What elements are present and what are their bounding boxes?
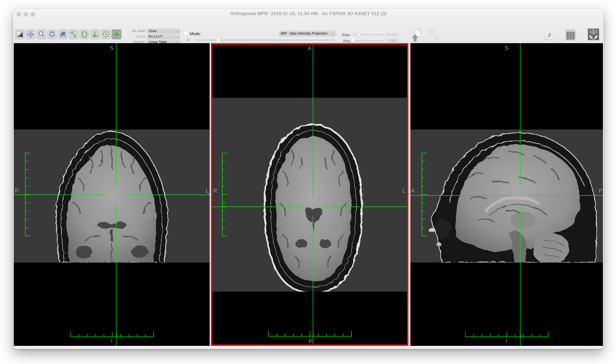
tool-length-button[interactable] <box>69 29 78 39</box>
clut-label: CLUT: <box>126 35 146 39</box>
chevron-down-icon: ⌄ <box>177 41 179 43</box>
dicom-file-icon <box>411 28 422 42</box>
point-roi-icon <box>102 31 110 38</box>
horizontal-scale-ruler <box>268 331 352 337</box>
crosshair-vertical[interactable] <box>116 43 116 185</box>
orientation-label-inferior: I <box>111 338 113 344</box>
pelvis-ct-icon <box>588 28 599 40</box>
toolbar: Mouse button function WL/WW: Other ⌄ CLU… <box>13 18 604 43</box>
sagittal-mri-image <box>410 43 603 346</box>
play-label: Play <box>390 39 396 42</box>
crosshair-horizontal[interactable] <box>322 207 407 207</box>
tool-oval-button[interactable] <box>79 29 89 39</box>
dicom-export-button[interactable] <box>411 28 422 43</box>
slab-value: 20 <box>186 38 190 42</box>
tool-point-button[interactable] <box>101 29 111 39</box>
rate-label: Rate: <box>332 33 351 37</box>
cross-3d-cursor-icon <box>113 31 120 38</box>
length-measure-icon <box>70 31 77 38</box>
viewport-area: S I R L <box>13 43 604 349</box>
angle-measure-icon <box>91 31 99 38</box>
rate-slider-thumb[interactable] <box>357 33 360 36</box>
viewport-axial[interactable]: A P R L <box>211 43 409 346</box>
tool-rotate-button[interactable] <box>47 29 57 39</box>
orientation-label-superior: S <box>505 45 509 51</box>
orientation-label-left: L <box>206 188 209 194</box>
slab-slider-thumb[interactable] <box>217 38 220 42</box>
orientation-label-superior: S <box>110 45 114 51</box>
vertical-scale-ruler <box>422 153 427 236</box>
titlebar: Orthogonal MPR: 2018-11-15, 11:34 AM - A… <box>13 9 604 18</box>
tool-cross-button[interactable] <box>112 29 122 39</box>
sync-icon <box>428 28 440 42</box>
tool-wlww-button[interactable] <box>15 29 25 39</box>
slab-slider[interactable] <box>195 40 334 40</box>
tool-stack-button[interactable] <box>58 29 68 39</box>
pan-move-icon <box>27 31 34 38</box>
axial-mri-image <box>212 45 407 344</box>
pos-slider-thumb[interactable] <box>351 37 355 42</box>
pos-slider[interactable] <box>352 40 385 41</box>
pos-label: Pos: <box>332 39 351 43</box>
slab-mode-dropdown[interactable]: MIP - Max Intensity Projection ⌃⌄ <box>279 31 335 36</box>
viewport-splitter-handle[interactable] <box>209 193 211 196</box>
orientation-label-posterior: P <box>599 188 603 194</box>
rotate-icon <box>49 31 56 38</box>
crosshair-vertical[interactable] <box>313 45 313 197</box>
orientation-label-left: L <box>402 188 405 194</box>
orientation-label-anterior: A <box>411 188 415 194</box>
mode-label: Mode: <box>190 32 201 36</box>
window-title: Orthogonal MPR: 2018-11-15, 11:34 AM - A… <box>13 11 604 16</box>
crosshair-vertical[interactable] <box>520 204 521 346</box>
crosshair-vertical[interactable] <box>520 43 521 186</box>
sync-button[interactable] <box>428 28 440 42</box>
stack-pages-icon <box>59 31 67 38</box>
viewport-splitter-handle[interactable] <box>408 193 411 196</box>
tool-zoom-button[interactable] <box>36 29 46 39</box>
orientation-label-right: R <box>213 188 217 194</box>
vertical-scale-ruler <box>25 153 30 236</box>
orientation-label-posterior: P <box>309 338 313 345</box>
tool-angle-button[interactable] <box>90 29 100 39</box>
oval-roi-icon <box>81 31 88 38</box>
orthogonal-mpr-window: Orthogonal MPR: 2018-11-15, 11:34 AM - A… <box>13 9 604 349</box>
crosshair-vertical[interactable] <box>116 204 116 346</box>
viewport-coronal[interactable]: S I R L <box>14 43 210 346</box>
screen: Orthogonal MPR: 2018-11-15, 11:34 AM - A… <box>0 0 616 364</box>
contrast-icon <box>16 31 24 38</box>
crosshair-vertical[interactable] <box>313 216 313 344</box>
email-button[interactable] <box>544 28 555 42</box>
viewport-sagittal[interactable]: S I A P <box>410 43 603 346</box>
horizontal-scale-ruler <box>465 332 549 337</box>
same-widths-button[interactable] <box>565 28 576 42</box>
orientation-label-right: R <box>15 188 18 194</box>
email-stamp-icon <box>544 28 555 41</box>
vertical-scale-ruler <box>222 153 227 236</box>
orientation-label-anterior: A <box>308 45 311 52</box>
panel3d-button[interactable] <box>588 28 599 41</box>
rate-value: 10 im/s <box>387 33 398 37</box>
wlww-label: WL/WW: <box>126 29 146 33</box>
crosshair-horizontal[interactable] <box>529 195 603 196</box>
crosshair-horizontal[interactable] <box>125 195 210 195</box>
play-button[interactable]: Play <box>387 39 399 43</box>
wlww-value: Other <box>149 29 157 33</box>
horizontal-scale-ruler <box>70 332 154 337</box>
chevron-down-icon: ⌄ <box>177 30 179 32</box>
chevron-down-icon: ⌄ <box>177 36 179 37</box>
clut-dropdown[interactable]: No CLUT ⌄ <box>147 34 180 39</box>
magnifier-icon <box>38 31 45 38</box>
clut-value: No CLUT <box>149 35 162 39</box>
slab-mode-value: MIP - Max Intensity Projection <box>281 31 327 35</box>
same-widths-icon <box>565 28 576 41</box>
tool-pan-button[interactable] <box>26 29 36 39</box>
orientation-label-inferior: I <box>506 338 507 344</box>
wlww-dropdown[interactable]: Other ⌄ <box>147 28 180 33</box>
thick-slab-checkbox[interactable] <box>184 32 188 35</box>
